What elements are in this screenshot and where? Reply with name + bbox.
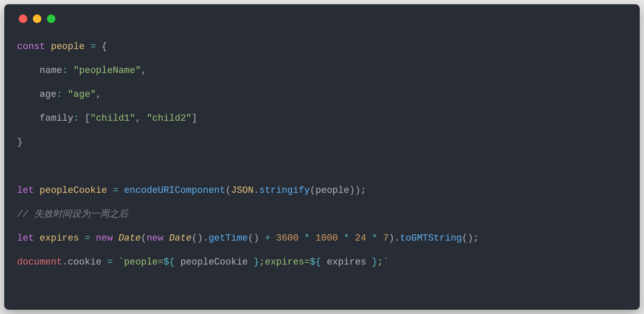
code-line-6: [17, 161, 23, 172]
code-window: const people = { name: "peopleName", age…: [4, 4, 640, 310]
window-controls: [17, 15, 627, 23]
code-line-3: age: "age",: [17, 89, 102, 100]
code-content: const people = { name: "peopleName", age…: [17, 35, 627, 274]
code-line-4: family: ["child1", "child2"]: [17, 113, 197, 124]
code-line-8: // 失效时间设为一周之后: [17, 209, 128, 220]
code-line-10: document.cookie = `people=${ peopleCooki…: [17, 257, 389, 267]
code-line-2: name: "peopleName",: [17, 65, 147, 76]
code-line-7: let peopleCookie = encodeURIComponent(JS…: [17, 185, 366, 196]
minimize-icon[interactable]: [33, 15, 41, 23]
close-icon[interactable]: [19, 15, 27, 23]
code-line-1: const people = {: [17, 41, 107, 52]
maximize-icon[interactable]: [47, 15, 55, 23]
code-line-5: }: [17, 137, 23, 148]
code-line-9: let expires = new Date(new Date().getTim…: [17, 233, 479, 244]
